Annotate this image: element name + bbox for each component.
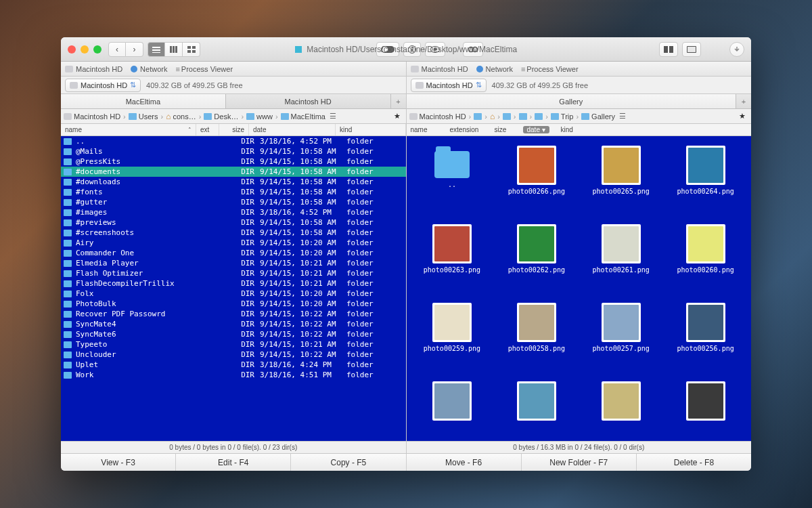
file-row[interactable]: SyncMate6DIR9/14/15, 10:22 AMfolder bbox=[61, 329, 406, 339]
favorite-button[interactable]: ★ bbox=[391, 112, 403, 121]
move-button[interactable]: Move - F6 bbox=[407, 454, 522, 471]
view-button[interactable]: View - F3 bbox=[61, 454, 176, 471]
file-row[interactable]: Commander OneDIR9/14/15, 10:20 AMfolder bbox=[61, 248, 406, 258]
breadcrumb-view-icon[interactable]: ☰ bbox=[616, 112, 629, 121]
favorite-button[interactable]: ★ bbox=[736, 112, 748, 121]
location-network-right[interactable]: Network bbox=[476, 65, 513, 73]
thumbnail-item[interactable]: photo00258.png bbox=[508, 303, 565, 377]
parent-folder[interactable]: .. bbox=[434, 146, 470, 220]
thumbnail-item[interactable]: photo00259.png bbox=[424, 303, 480, 377]
col-size[interactable]: size bbox=[219, 124, 249, 135]
file-row[interactable]: UpletDIR3/18/16, 4:24 PMfolder bbox=[61, 360, 406, 370]
file-row[interactable]: PhotoBulkDIR9/14/15, 10:20 AMfolder bbox=[61, 299, 406, 309]
hidden-toggle-button[interactable] bbox=[376, 42, 399, 57]
dual-pane-button[interactable] bbox=[659, 42, 678, 57]
thumbnail-item[interactable]: photo00260.png bbox=[677, 224, 734, 299]
col-ext[interactable]: ext bbox=[196, 124, 219, 135]
breadcrumb-item[interactable]: Users bbox=[129, 112, 158, 121]
breadcrumb-item[interactable]: www bbox=[246, 112, 273, 121]
close-button[interactable] bbox=[68, 45, 76, 54]
file-row[interactable]: FolxDIR9/14/15, 10:20 AMfolder bbox=[61, 289, 406, 299]
download-button[interactable] bbox=[729, 42, 744, 57]
file-row[interactable]: SyncMate4DIR9/14/15, 10:22 AMfolder bbox=[61, 319, 406, 329]
tab-macintosh-hd[interactable]: Macintosh HD bbox=[226, 94, 391, 108]
back-button[interactable]: ‹ bbox=[108, 42, 126, 57]
right-iconview[interactable]: ..photo00266.pngphoto00265.pngphoto00264… bbox=[407, 136, 752, 441]
tab-maceltima[interactable]: MacEltima bbox=[61, 94, 226, 108]
file-row[interactable]: #imagesDIR3/18/16, 4:52 PMfolder bbox=[61, 207, 406, 217]
file-row[interactable]: #documentsDIR9/14/15, 10:58 AMfolder bbox=[61, 167, 406, 177]
col-kind[interactable]: kind bbox=[557, 124, 752, 135]
col-date[interactable]: date bbox=[249, 124, 336, 135]
file-row[interactable]: #gutterDIR9/14/15, 10:58 AMfolder bbox=[61, 197, 406, 207]
thumbnail-item[interactable]: photo00263.png bbox=[424, 224, 480, 299]
breadcrumb-item[interactable]: MacEltima bbox=[281, 112, 325, 121]
thumbnail-item[interactable]: photo00264.png bbox=[677, 146, 734, 220]
thumbnail-item[interactable]: photo00261.png bbox=[593, 224, 650, 299]
breadcrumb-item[interactable]: ⌂cons… bbox=[166, 112, 196, 121]
breadcrumb-item[interactable]: Desk… bbox=[204, 112, 238, 121]
breadcrumb-item[interactable]: Gallery bbox=[581, 112, 615, 121]
file-row[interactable]: Flash OptimizerDIR9/14/15, 10:21 AMfolde… bbox=[61, 268, 406, 278]
file-row[interactable]: WorkDIR3/18/16, 4:51 PMfolder bbox=[61, 370, 406, 380]
breadcrumb-item[interactable] bbox=[535, 113, 543, 120]
file-row[interactable]: Recover PDF PassowrdDIR9/14/15, 10:22 AM… bbox=[61, 309, 406, 319]
minimize-button[interactable] bbox=[81, 45, 89, 54]
thumbnail-item[interactable] bbox=[686, 381, 725, 441]
file-row[interactable]: @MailsDIR9/14/15, 10:58 AMfolder bbox=[61, 146, 406, 156]
file-row[interactable]: AiryDIR9/14/15, 10:20 AMfolder bbox=[61, 238, 406, 248]
thumbnail-item[interactable] bbox=[602, 381, 641, 441]
breadcrumb-item[interactable] bbox=[474, 113, 482, 120]
file-row[interactable]: ..DIR3/18/16, 4:52 PMfolder bbox=[61, 136, 406, 146]
volume-selector-right[interactable]: Macintosh HD ⇅ bbox=[411, 79, 487, 92]
delete-button[interactable]: Delete - F8 bbox=[637, 454, 751, 471]
new-tab-button[interactable]: + bbox=[736, 94, 751, 108]
preview-button[interactable] bbox=[425, 42, 445, 57]
col-ext[interactable]: extension bbox=[446, 124, 491, 135]
col-name[interactable]: name bbox=[407, 124, 446, 135]
breadcrumb-item[interactable]: ⌂ bbox=[490, 112, 495, 121]
copy-button[interactable]: Copy - F5 bbox=[291, 454, 406, 471]
breadcrumb-item[interactable]: Macintosh HD bbox=[64, 112, 120, 121]
location-network-left[interactable]: Network bbox=[131, 65, 167, 73]
file-row[interactable]: TypeetoDIR9/14/15, 10:21 AMfolder bbox=[61, 339, 406, 350]
iconview-button[interactable] bbox=[183, 42, 200, 57]
thumbnail-item[interactable]: photo00265.png bbox=[593, 146, 650, 220]
left-listing[interactable]: ..DIR3/18/16, 4:52 PMfolder@MailsDIR9/14… bbox=[61, 136, 406, 441]
breadcrumb-item[interactable]: Macintosh HD bbox=[409, 112, 466, 121]
thumbnail-item[interactable]: photo00262.png bbox=[508, 224, 565, 299]
file-row[interactable]: #previewsDIR9/14/15, 10:58 AMfolder bbox=[61, 217, 406, 228]
thumbnail-item[interactable]: photo00256.png bbox=[677, 303, 734, 377]
thumbnail-item[interactable] bbox=[432, 381, 472, 441]
file-row[interactable]: #fontsDIR9/14/15, 10:58 AMfolder bbox=[61, 187, 406, 197]
location-process-left[interactable]: ≡Process Viewer bbox=[175, 65, 233, 73]
new-tab-button[interactable]: + bbox=[391, 94, 406, 108]
tab-gallery[interactable]: Gallery bbox=[407, 94, 737, 108]
file-row[interactable]: Elmedia PlayerDIR9/14/15, 10:21 AMfolder bbox=[61, 258, 406, 268]
new-folder-button[interactable]: New Folder - F7 bbox=[522, 454, 637, 471]
terminal-button[interactable] bbox=[682, 42, 701, 57]
file-row[interactable]: FlashDecompilerTrillixDIR9/14/15, 10:21 … bbox=[61, 278, 406, 289]
info-button[interactable] bbox=[403, 42, 421, 57]
thumbnail-item[interactable]: photo00257.png bbox=[593, 303, 650, 377]
listview-button[interactable] bbox=[148, 42, 165, 57]
location-disk-right[interactable]: Macintosh HD bbox=[411, 65, 468, 73]
location-disk-left[interactable]: Macintosh HD bbox=[65, 65, 122, 73]
col-kind[interactable]: kind bbox=[336, 124, 406, 135]
file-row[interactable]: UnclouderDIR9/14/15, 10:22 AMfolder bbox=[61, 350, 406, 360]
quicklook-button[interactable] bbox=[463, 42, 483, 57]
thumbnail-item[interactable] bbox=[517, 381, 556, 441]
breadcrumb-item[interactable]: Trip bbox=[551, 112, 574, 121]
col-size[interactable]: size bbox=[491, 124, 519, 135]
thumbnail-item[interactable]: photo00266.png bbox=[508, 146, 565, 220]
zoom-button[interactable] bbox=[93, 45, 102, 54]
breadcrumb-item[interactable] bbox=[519, 113, 527, 120]
file-row[interactable]: @PressKitsDIR9/14/15, 10:58 AMfolder bbox=[61, 156, 406, 167]
file-row[interactable]: #screenshootsDIR9/14/15, 10:58 AMfolder bbox=[61, 228, 406, 238]
location-process-right[interactable]: ≡Process Viewer bbox=[521, 65, 579, 73]
volume-selector-left[interactable]: Macintosh HD ⇅ bbox=[65, 79, 141, 92]
col-date[interactable]: date ▾ bbox=[519, 124, 557, 135]
forward-button[interactable]: › bbox=[126, 42, 143, 57]
file-row[interactable]: #downloadsDIR9/14/15, 10:58 AMfolder bbox=[61, 177, 406, 187]
col-name[interactable]: name˄ bbox=[61, 124, 196, 135]
